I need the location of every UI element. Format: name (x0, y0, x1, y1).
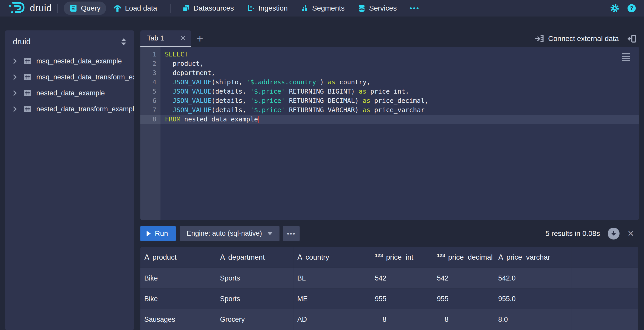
column-header-product[interactable]: Aproduct (140, 247, 216, 268)
line-number: 4 (140, 78, 160, 87)
code-text: product, (160, 59, 204, 68)
string-type-icon: A (144, 253, 149, 262)
chevron-right-icon[interactable] (12, 74, 18, 80)
cell-department[interactable]: Sports (216, 268, 293, 288)
line-number: 2 (140, 59, 160, 68)
column-label: price_decimal (448, 253, 493, 261)
nav-item-load-data[interactable]: Load data (108, 2, 163, 15)
cell-product[interactable]: Bike (140, 268, 216, 288)
editor-menu-icon[interactable] (622, 53, 630, 61)
text-cursor (258, 116, 259, 123)
column-header-price-int[interactable]: 123price_int (371, 247, 433, 268)
settings-gear-icon[interactable] (610, 4, 619, 13)
cell-price_varchar[interactable]: 542.0 (494, 268, 572, 288)
nav-item-label: Query (81, 4, 100, 12)
chevron-right-icon[interactable] (12, 58, 18, 64)
logo-text: druid (30, 3, 52, 14)
cell-price_int[interactable]: 542 (371, 268, 433, 288)
table-row: BikeSportsME955955955.0 (140, 289, 638, 309)
cell-country[interactable]: AD (293, 309, 371, 330)
cell-country[interactable]: BL (293, 268, 371, 288)
column-label: product (152, 253, 176, 261)
run-button[interactable]: Run (140, 226, 176, 241)
query-more-button[interactable]: ••• (283, 226, 300, 241)
column-label: price_varchar (506, 253, 550, 261)
cell-empty (572, 268, 638, 288)
runbar-right: 5 results in 0.08s ✕ (546, 228, 639, 240)
cell-product[interactable]: Sausages (140, 309, 216, 330)
add-tab-button[interactable]: + (191, 30, 209, 47)
cell-department[interactable]: Grocery (216, 309, 293, 330)
table-name: msq_nested_data_transform_ex (36, 73, 134, 81)
nav-item-query[interactable]: Query (64, 2, 106, 15)
code-line-8[interactable]: 8FROM nested_data_example (140, 115, 639, 124)
run-label: Run (155, 229, 168, 238)
nav-item-datasources[interactable]: Datasources (176, 2, 240, 15)
engine-label: Engine: auto (sql-native) (187, 229, 262, 237)
cell-empty (572, 289, 638, 309)
nav-item-segments[interactable]: Segments (295, 2, 350, 15)
nav-item-services[interactable]: Services (352, 2, 402, 15)
cell-price_int[interactable]: 8 (371, 309, 433, 330)
string-type-icon: A (220, 253, 225, 262)
cell-price_varchar[interactable]: 955.0 (494, 289, 572, 309)
connect-external-data-button[interactable]: Connect external data (534, 34, 619, 44)
code-line-5[interactable]: 5 JSON_VALUE(details, '$.price' RETURNIN… (140, 87, 639, 96)
code-line-1[interactable]: 1SELECT (140, 50, 639, 59)
column-header-country[interactable]: Acountry (293, 247, 371, 268)
schema-title: druid (13, 37, 31, 46)
cell-price_decimal[interactable]: 8 (433, 309, 494, 330)
download-icon[interactable] (608, 228, 620, 240)
svg-text:?: ? (630, 5, 633, 11)
nav-item-label: Datasources (193, 4, 234, 12)
cell-price_varchar[interactable]: 8.0 (494, 309, 572, 330)
cell-department[interactable]: Sports (216, 289, 293, 309)
code-line-6[interactable]: 6 JSON_VALUE(details, '$.price' RETURNIN… (140, 96, 639, 105)
table-name: nested_data_transform_exampl (36, 105, 134, 113)
code-line-4[interactable]: 4 JSON_VALUE(shipTo, '$.address.country'… (140, 78, 639, 87)
code-line-7[interactable]: 7 JSON_VALUE(details, '$.price' RETURNIN… (140, 105, 639, 115)
line-number: 5 (140, 87, 160, 96)
code-line-2[interactable]: 2 product, (140, 59, 639, 68)
tab-tab1[interactable]: Tab 1 ✕ (140, 30, 191, 47)
column-header-price-varchar[interactable]: Aprice_varchar (494, 247, 572, 268)
sidebar-item-msq-nested-data-example[interactable]: msq_nested_data_example (5, 53, 134, 69)
nav-item-more[interactable]: ••• (404, 2, 425, 15)
help-icon[interactable]: ? (627, 4, 636, 13)
close-results-icon[interactable]: ✕ (627, 229, 634, 238)
chevron-right-icon[interactable] (12, 90, 18, 96)
run-bar: Run Engine: auto (sql-native) ••• 5 resu… (140, 220, 639, 247)
cell-price_decimal[interactable]: 542 (433, 268, 494, 288)
engine-select[interactable]: Engine: auto (sql-native) (180, 226, 279, 241)
schema-sidebar: druid msq_nested_data_examplemsq_nested_… (5, 30, 134, 330)
tab-close-icon[interactable]: ✕ (180, 34, 186, 42)
sidebar-item-nested-data-example[interactable]: nested_data_example (5, 85, 134, 101)
line-number: 1 (140, 50, 160, 59)
cell-price_int[interactable]: 955 (371, 289, 433, 309)
druid-logo[interactable]: druid (8, 1, 52, 16)
cell-price_decimal[interactable]: 955 (433, 289, 494, 309)
cell-country[interactable]: ME (293, 289, 371, 309)
sidebar-item-msq-nested-data-transform-ex[interactable]: msq_nested_data_transform_ex (5, 69, 134, 85)
sort-double-caret-icon[interactable] (121, 38, 126, 45)
sidebar-header: druid (5, 30, 134, 51)
cell-product[interactable]: Bike (140, 289, 216, 309)
top-nav: druid QueryLoad dataDatasourcesIngestion… (0, 0, 644, 16)
code-text: SELECT (160, 50, 188, 59)
datasources-stack-icon (182, 4, 190, 12)
sql-editor[interactable]: 1SELECT2 product,3 department,4 JSON_VAL… (140, 47, 639, 220)
nav-item-label: Services (369, 4, 397, 12)
table-icon (23, 105, 32, 113)
nav-item-label: Ingestion (258, 4, 288, 12)
code-text: JSON_VALUE(details, '$.price' RETURNING … (160, 96, 429, 105)
code-line-3[interactable]: 3 department, (140, 68, 639, 78)
line-number: 7 (140, 105, 160, 115)
number-type-icon: 123 (437, 253, 445, 258)
chevron-right-icon[interactable] (12, 106, 18, 112)
column-header-price-decimal[interactable]: 123price_decimal (433, 247, 494, 268)
column-header-department[interactable]: Adepartment (216, 247, 293, 268)
code-text: JSON_VALUE(shipTo, '$.address.country') … (160, 78, 370, 87)
collapse-panel-icon[interactable] (628, 34, 637, 44)
sidebar-item-nested-data-transform-exampl[interactable]: nested_data_transform_exampl (5, 101, 134, 117)
nav-item-ingestion[interactable]: Ingestion (241, 2, 293, 15)
